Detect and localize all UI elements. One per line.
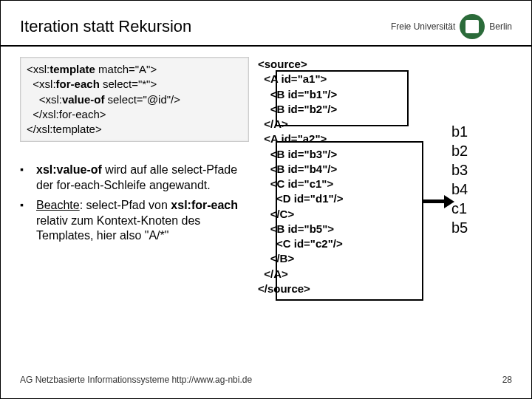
logo-text-left: Freie Universität [391,21,455,32]
footer-text: AG Netzbasierte Informationssysteme http… [20,375,252,385]
code-text: </xsl:for-each> [27,108,106,120]
arrow-icon [423,194,454,208]
footer: AG Netzbasierte Informationssysteme http… [20,375,512,385]
code-text: <xsl: [27,63,50,75]
header: Iteration statt Rekursion Freie Universi… [1,1,531,45]
output-line: b2 [451,141,496,160]
bullet-bold: xsl:for-each [171,199,238,211]
bullet-text: : select-Pfad von [80,199,171,211]
code-text: </xsl:template> [27,123,102,135]
output-line: b5 [451,218,496,237]
seal-icon [460,14,485,39]
output-line: c1 [451,199,496,218]
highlight-box-2 [276,141,423,301]
page-number: 28 [502,375,512,385]
xsl-code-box: <xsl:template match="A"> <xsl:for-each s… [20,57,249,142]
output-list: b1 b2 b3 b4 c1 b5 [451,122,496,237]
slide-title: Iteration statt Rekursion [20,17,191,36]
bullet-list: xsl:value-of wird auf alle select-Pfade … [20,163,249,244]
bullet-text: relativ zum Kontext-Knoten des Templates… [36,214,200,242]
content: <xsl:template match="A"> <xsl:for-each s… [1,47,531,296]
code-keyword: value-of [62,93,105,106]
code-keyword: for-each [56,78,100,90]
bullet-underline: Beachte [36,199,80,211]
bullet-bold: xsl:value-of [36,163,102,176]
logo-text-right: Berlin [489,21,512,32]
xml-source-box: <source> <A id="a1"> <B id="b1"/> <B id=… [258,57,443,296]
code-text: match="A"> [95,63,157,75]
code-text: <xsl: [27,78,56,90]
bullet-item: xsl:value-of wird auf alle select-Pfade … [20,163,249,194]
middle-column: <source> <A id="a1"> <B id="b1"/> <B id=… [258,57,443,296]
code-text: <xsl: [27,93,62,106]
bullet-item: Beachte: select-Pfad von xsl:for-each re… [20,198,249,244]
slide: Iteration statt Rekursion Freie Universi… [0,0,532,399]
output-line: b1 [451,122,496,141]
xml-line: <source> [258,58,307,70]
left-column: <xsl:template match="A"> <xsl:for-each s… [20,57,249,296]
output-line: b4 [451,180,496,199]
university-logo: Freie Universität Berlin [391,14,512,39]
right-column: b1 b2 b3 b4 c1 b5 [451,57,496,296]
output-line: b3 [451,160,496,180]
code-keyword: template [50,63,95,75]
code-text: select="*"> [100,78,157,90]
highlight-box-1 [276,70,409,126]
code-text: select="@id"/> [104,93,180,106]
